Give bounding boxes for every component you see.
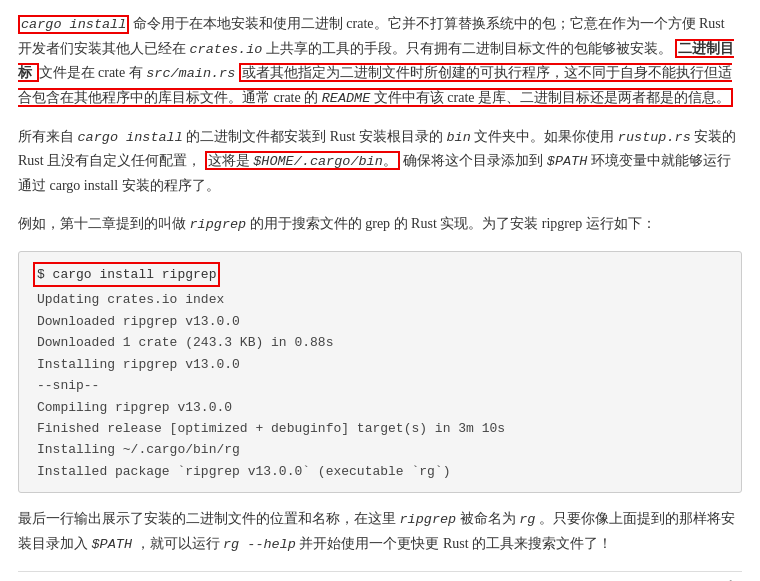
code-src-main: src/main.rs <box>146 66 235 81</box>
command-line: $ cargo install ripgrep <box>33 262 220 287</box>
code-path-2: $PATH <box>92 537 133 552</box>
text-final-5: 并开始使用一个更快更 Rust 的工具来搜索文件了！ <box>299 536 612 551</box>
text-p3-2: 的用于搜索文件的 grep 的 Rust 实现。为了安装 ripgrep 运行如… <box>250 216 656 231</box>
code-cargo-install-2: cargo install <box>78 130 183 145</box>
paragraph-1: cargo install 命令用于在本地安装和使用二进制 crate。它并不打… <box>18 12 742 111</box>
page-container: cargo install 命令用于在本地安装和使用二进制 crate。它并不打… <box>0 0 760 581</box>
footer-label: CSDN @Aiclin <box>666 578 742 582</box>
code-readme: README <box>322 91 371 106</box>
text-p2-highlighted: 这将是 $HOME/.cargo/bin。 <box>205 151 400 170</box>
text-p1-3: 文件是在 crate 有 <box>39 65 147 80</box>
output-installing-2: Installing ~/.cargo/bin/rg <box>33 439 727 460</box>
code-home-cargo: $HOME/.cargo/bin <box>253 154 383 169</box>
code-rg-help: rg --help <box>223 537 296 552</box>
output-finished: Finished release [optimized + debuginfo]… <box>33 418 727 439</box>
paragraph-final: 最后一行输出展示了安装的二进制文件的位置和名称，在这里 ripgrep 被命名为… <box>18 507 742 556</box>
code-bin: bin <box>447 130 471 145</box>
text-p2-1: 所有来自 <box>18 129 78 144</box>
code-rustup: rustup.rs <box>618 130 691 145</box>
output-updating: Updating crates.io index <box>33 289 727 310</box>
output-installed: Installed package `ripgrep v13.0.0` (exe… <box>33 461 727 482</box>
output-compiling: Compiling ripgrep v13.0.0 <box>33 397 727 418</box>
paragraph-3: 例如，第十二章提到的叫做 ripgrep 的用于搜索文件的 grep 的 Rus… <box>18 212 742 237</box>
code-ripgrep-2: ripgrep <box>400 512 457 527</box>
text-final-4: ，就可以运行 <box>136 536 224 551</box>
code-ripgrep-1: ripgrep <box>190 217 247 232</box>
code-path-1: $PATH <box>547 154 588 169</box>
paragraph-2: 所有来自 cargo install 的二进制文件都安装到 Rust 安装根目录… <box>18 125 742 199</box>
code-block: $ cargo install ripgrep Updating crates.… <box>18 251 742 493</box>
text-final-2: 被命名为 <box>460 511 520 526</box>
output-snip: --snip-- <box>33 375 727 396</box>
code-cargo-install-1: cargo install <box>18 15 129 34</box>
code-rg: rg <box>519 512 535 527</box>
text-crates-io: crates.io <box>190 42 263 57</box>
text-final-1: 最后一行输出展示了安装的二进制文件的位置和名称，在这里 <box>18 511 400 526</box>
output-downloaded-2: Downloaded 1 crate (243.3 KB) in 0.88s <box>33 332 727 353</box>
text-p2-2: 的二进制文件都安装到 Rust 安装根目录的 <box>186 129 446 144</box>
text-p3-1: 例如，第十二章提到的叫做 <box>18 216 190 231</box>
output-installing-1: Installing ripgrep v13.0.0 <box>33 354 727 375</box>
output-downloaded-1: Downloaded ripgrep v13.0.0 <box>33 311 727 332</box>
text-p2-3: 文件夹中。如果你使用 <box>474 129 618 144</box>
text-p1-2: 上共享的工具的手段。只有拥有二进制目标文件的包能够被安装。 <box>266 41 672 56</box>
text-p2-5: 确保将这个目录添加到 <box>403 153 547 168</box>
footer-bar: CSDN @Aiclin <box>18 571 742 582</box>
